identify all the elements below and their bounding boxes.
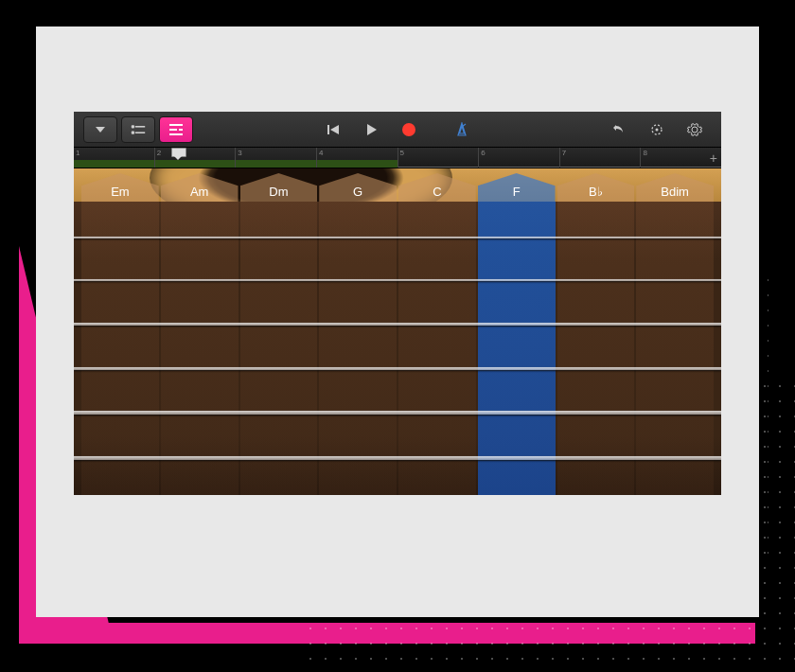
- my-songs-button[interactable]: [83, 116, 117, 143]
- play-button[interactable]: [354, 116, 388, 143]
- chord-strips-icon: [168, 122, 184, 137]
- svg-rect-8: [327, 125, 329, 134]
- chord-tab-f[interactable]: F: [478, 173, 556, 202]
- fretboard: [74, 202, 721, 495]
- guitar-body-top: EmAmDmGCFB♭Bdim: [74, 168, 721, 202]
- rewind-button[interactable]: [316, 116, 350, 143]
- chord-tabs-row: EmAmDmGCFB♭Bdim: [81, 173, 714, 202]
- svg-point-11: [656, 128, 659, 131]
- undo-icon: [611, 122, 627, 137]
- chord-column[interactable]: [636, 202, 714, 495]
- svg-rect-2: [132, 131, 134, 133]
- ruler-bar[interactable]: 4: [316, 148, 398, 168]
- chord-tab-c[interactable]: C: [398, 173, 476, 202]
- play-icon: [363, 122, 379, 137]
- chord-tab-am[interactable]: Am: [161, 173, 238, 202]
- record-button[interactable]: [392, 116, 426, 143]
- ruler-bar[interactable]: 2: [154, 148, 236, 168]
- chord-column[interactable]: [240, 202, 318, 495]
- chord-column[interactable]: [557, 202, 635, 495]
- chord-tab-dm[interactable]: Dm: [240, 173, 318, 202]
- rewind-icon: [326, 122, 341, 137]
- chord-column[interactable]: [161, 202, 238, 495]
- svg-rect-5: [169, 129, 177, 131]
- svg-rect-0: [132, 125, 134, 128]
- timeline-ruler[interactable]: 12345678 +: [74, 148, 721, 168]
- record-icon: [402, 123, 415, 136]
- chord-column[interactable]: [398, 202, 476, 495]
- svg-rect-1: [135, 126, 145, 128]
- add-section-button[interactable]: +: [710, 150, 717, 166]
- metronome-icon: [454, 122, 469, 137]
- triangle-down-icon: [93, 122, 108, 137]
- chord-tab-bdim[interactable]: Bdim: [636, 173, 714, 202]
- svg-rect-4: [169, 124, 183, 126]
- tracks-view-button[interactable]: [121, 116, 155, 143]
- chord-columns: [81, 202, 714, 495]
- dial-icon: [649, 122, 664, 137]
- gear-icon: [687, 122, 702, 137]
- ruler-bar[interactable]: 5: [398, 148, 479, 168]
- presentation-card: 12345678 + EmAmDmGCFB♭Bdim: [36, 27, 759, 617]
- ruler-bar[interactable]: 7: [559, 148, 641, 168]
- chord-view-button[interactable]: [159, 116, 193, 143]
- svg-rect-3: [135, 132, 145, 133]
- svg-rect-7: [169, 133, 183, 135]
- metronome-button[interactable]: [445, 116, 479, 143]
- svg-rect-6: [179, 129, 183, 131]
- ruler-bar[interactable]: 6: [478, 148, 559, 168]
- ruler-bar[interactable]: 3: [235, 148, 316, 168]
- chord-column[interactable]: [319, 202, 397, 495]
- chord-column[interactable]: [81, 202, 159, 495]
- chord-tab-em[interactable]: Em: [81, 173, 159, 202]
- main-toolbar: [74, 112, 721, 148]
- tracks-icon: [131, 122, 146, 137]
- app-screen: 12345678 + EmAmDmGCFB♭Bdim: [74, 112, 721, 495]
- chord-tab-g[interactable]: G: [319, 173, 397, 202]
- master-effects-button[interactable]: [640, 116, 674, 143]
- undo-button[interactable]: [602, 116, 636, 143]
- chord-column[interactable]: [478, 202, 556, 495]
- chord-tab-bflat[interactable]: B♭: [557, 173, 635, 202]
- ruler-bar[interactable]: 1: [74, 148, 154, 168]
- playhead[interactable]: [171, 148, 185, 159]
- settings-button[interactable]: [678, 116, 712, 143]
